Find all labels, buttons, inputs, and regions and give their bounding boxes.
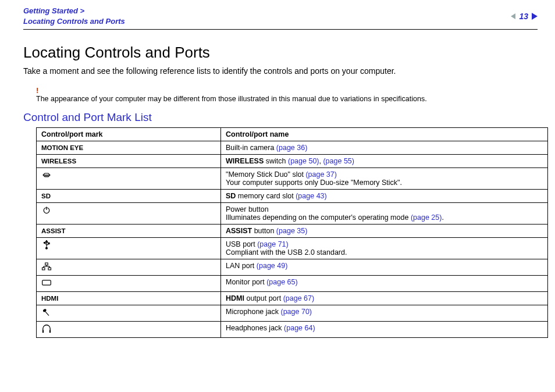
page-link[interactable]: (page 25) xyxy=(411,213,442,222)
name-monitor: Monitor port (page 65) xyxy=(221,276,548,292)
text: memory card slot xyxy=(236,192,296,200)
name-usb: USB port (page 71) Compliant with the US… xyxy=(221,238,548,259)
name-power: Power button Illuminates depending on th… xyxy=(221,203,548,224)
header-mark: Control/port mark xyxy=(37,128,221,141)
text: button xyxy=(252,227,276,235)
table-row: Microphone jack (page 70) xyxy=(37,305,548,322)
breadcrumb-line1[interactable]: Getting Started > xyxy=(23,6,125,16)
warning-bang-icon: ! xyxy=(36,86,538,95)
name-memstick: "Memory Stick Duo" slot (page 37) Your c… xyxy=(221,168,548,190)
section-heading: Control and Port Mark List xyxy=(23,111,538,124)
page-link[interactable]: (page 55) xyxy=(323,157,354,165)
page-header: Getting Started > Locating Controls and … xyxy=(23,6,538,30)
name-lan: LAN port (page 49) xyxy=(221,259,548,276)
table-row: Headphones jack (page 64) xyxy=(37,322,548,338)
warning-note: ! The appearance of your computer may be… xyxy=(36,86,538,103)
mark-hdmi: HDMI xyxy=(41,295,58,302)
svg-rect-13 xyxy=(48,268,51,270)
page-container: Getting Started > Locating Controls and … xyxy=(0,0,555,350)
table-row: WIRELESS WIRELESS switch (page 50), (pag… xyxy=(37,155,548,168)
memory-stick-icon xyxy=(41,173,52,181)
name-wireless: WIRELESS switch (page 50), (page 55) xyxy=(221,155,548,168)
svg-line-20 xyxy=(45,312,49,316)
text-bold: ASSIST xyxy=(226,227,252,235)
text: switch xyxy=(264,157,288,165)
svg-marker-8 xyxy=(45,240,48,243)
name-headphones: Headphones jack (page 64) xyxy=(221,322,548,338)
text-bold: WIRELESS xyxy=(226,157,264,165)
name-mic: Microphone jack (page 70) xyxy=(221,305,548,322)
table-row: HDMI HDMI output port (page 67) xyxy=(37,292,548,305)
text: Illuminates depending on the computer's … xyxy=(226,213,411,222)
control-port-table: Control/port mark Control/port name MOTI… xyxy=(36,127,548,338)
table-row: SD SD memory card slot (page 43) xyxy=(37,190,548,203)
text: Headphones jack xyxy=(226,324,284,332)
text-bold: SD xyxy=(226,192,236,200)
warning-text: The appearance of your computer may be d… xyxy=(36,95,538,103)
page-number: 13 xyxy=(519,12,528,21)
page-link[interactable]: (page 37) xyxy=(305,170,337,179)
name-hdmi: HDMI output port (page 67) xyxy=(221,292,548,305)
table-row: ASSIST ASSIST button (page 35) xyxy=(37,224,548,238)
header-name: Control/port name xyxy=(221,128,548,141)
lan-icon xyxy=(41,265,52,273)
microphone-icon xyxy=(41,311,52,319)
text: Microphone jack xyxy=(226,308,281,316)
page-link[interactable]: (page 50) xyxy=(288,157,319,165)
mark-assist: ASSIST xyxy=(41,227,66,234)
table-row: "Memory Stick Duo" slot (page 37) Your c… xyxy=(37,168,548,190)
monitor-icon xyxy=(41,281,52,289)
name-assist: ASSIST button (page 35) xyxy=(221,224,548,238)
page-link[interactable]: (page 35) xyxy=(276,227,308,235)
page-link[interactable]: (page 43) xyxy=(296,192,327,200)
next-page-arrow-icon[interactable] xyxy=(532,13,538,20)
text: Power button xyxy=(226,205,543,213)
text: Monitor port xyxy=(226,278,266,286)
svg-point-19 xyxy=(43,309,47,312)
mark-wireless: WIRELESS xyxy=(41,158,76,165)
table-row: Power button Illuminates depending on th… xyxy=(37,203,548,224)
table-row: USB port (page 71) Compliant with the US… xyxy=(37,238,548,259)
name-sd: SD memory card slot (page 43) xyxy=(221,190,548,203)
text: USB port xyxy=(226,240,257,248)
page-link[interactable]: (page 49) xyxy=(257,262,288,270)
svg-rect-11 xyxy=(45,263,48,265)
table-row: MOTION EYE Built-in camera (page 36) xyxy=(37,141,548,155)
page-link[interactable]: (page 71) xyxy=(257,240,289,248)
mark-motion-eye: MOTION EYE xyxy=(41,144,83,151)
svg-point-7 xyxy=(46,248,48,250)
text: output port xyxy=(244,294,283,302)
prev-page-arrow-icon[interactable] xyxy=(511,13,515,19)
headphones-icon xyxy=(41,327,52,335)
text: Your computer supports only Duo-size "Me… xyxy=(226,179,543,187)
text: Built-in camera xyxy=(226,144,276,152)
text: LAN port xyxy=(226,262,257,270)
intro-paragraph: Take a moment and see the following refe… xyxy=(23,66,538,76)
svg-rect-21 xyxy=(42,330,44,333)
usb-icon xyxy=(41,243,52,251)
svg-rect-12 xyxy=(42,268,45,270)
text: Compliant with the USB 2.0 standard. xyxy=(226,248,543,256)
svg-rect-22 xyxy=(49,330,51,333)
page-navigation: 13 xyxy=(511,12,538,21)
page-link[interactable]: (page 67) xyxy=(283,294,315,302)
table-row: LAN port (page 49) xyxy=(37,259,548,276)
svg-rect-18 xyxy=(42,280,51,285)
table-header-row: Control/port mark Control/port name xyxy=(37,128,548,141)
svg-rect-10 xyxy=(48,243,49,244)
name-motion-eye: Built-in camera (page 36) xyxy=(221,141,548,155)
page-link[interactable]: (page 65) xyxy=(266,278,298,286)
svg-point-9 xyxy=(44,243,45,244)
page-link[interactable]: (page 36) xyxy=(276,144,308,152)
table-row: Monitor port (page 65) xyxy=(37,276,548,292)
text: "Memory Stick Duo" slot xyxy=(226,170,305,179)
power-icon xyxy=(41,208,52,216)
breadcrumb-line2[interactable]: Locating Controls and Ports xyxy=(23,16,125,27)
breadcrumb: Getting Started > Locating Controls and … xyxy=(23,6,125,27)
text-bold: HDMI xyxy=(226,294,244,302)
mark-sd: SD xyxy=(41,193,51,199)
page-title: Locating Controls and Ports xyxy=(23,44,538,62)
text: . xyxy=(442,213,443,222)
page-link[interactable]: (page 64) xyxy=(284,324,315,332)
page-link[interactable]: (page 70) xyxy=(281,308,312,316)
